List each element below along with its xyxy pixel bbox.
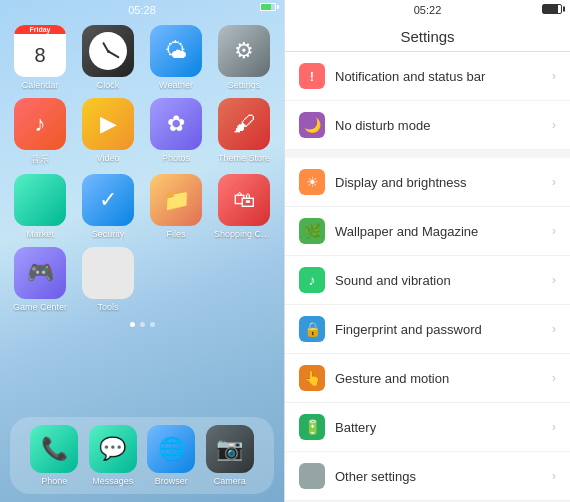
phone-battery-fill bbox=[261, 4, 271, 10]
app-label-market: Market bbox=[26, 229, 54, 239]
battery-chevron: › bbox=[552, 420, 556, 434]
dock-label-phone: Phone bbox=[41, 476, 67, 486]
app-item-video[interactable]: ▶ Video bbox=[78, 98, 138, 166]
fingerprint-icon: 🔒 bbox=[299, 316, 325, 342]
display-chevron: › bbox=[552, 175, 556, 189]
app-label-settings: Settings bbox=[228, 80, 261, 90]
disturb-chevron: › bbox=[552, 118, 556, 132]
dock-item-browser[interactable]: 🌐 Browser bbox=[147, 425, 195, 486]
dock-label-camera: Camera bbox=[214, 476, 246, 486]
disturb-label: No disturb mode bbox=[335, 118, 552, 133]
music-icon: ♪ bbox=[14, 98, 66, 150]
settings-time: 05:22 bbox=[414, 4, 442, 16]
settings-battery-fill bbox=[543, 5, 558, 13]
app-item-music[interactable]: ♪ 音乐 bbox=[10, 98, 70, 166]
cal-day: 8 bbox=[14, 34, 66, 77]
weather-icon: 🌤 bbox=[150, 25, 202, 77]
gesture-chevron: › bbox=[552, 371, 556, 385]
settings-group-1: ! Notification and status bar › 🌙 No dis… bbox=[285, 52, 570, 150]
app-label-weather: Weather bbox=[159, 80, 193, 90]
camera-dock-icon: 📷 bbox=[206, 425, 254, 473]
battery-label: Battery bbox=[335, 420, 552, 435]
game-icon: 🎮 bbox=[14, 247, 66, 299]
fingerprint-chevron: › bbox=[552, 322, 556, 336]
clock-face bbox=[89, 32, 127, 70]
app-item-weather[interactable]: 🌤 Weather bbox=[146, 25, 206, 90]
gesture-label: Gesture and motion bbox=[335, 371, 552, 386]
app-label-photos: Photos bbox=[162, 153, 190, 163]
app-label-tools: Tools bbox=[97, 302, 118, 312]
phone-dock-icon: 📞 bbox=[30, 425, 78, 473]
settings-status-bar: 05:22 bbox=[285, 0, 570, 20]
settings-item-disturb[interactable]: 🌙 No disturb mode › bbox=[285, 101, 570, 150]
settings-item-battery[interactable]: 🔋 Battery › bbox=[285, 403, 570, 452]
display-label: Display and brightness bbox=[335, 175, 552, 190]
disturb-icon: 🌙 bbox=[299, 112, 325, 138]
video-icon: ▶ bbox=[82, 98, 134, 150]
app-item-theme[interactable]: 🖌 Theme Store bbox=[214, 98, 274, 166]
settings-battery-icon bbox=[542, 4, 562, 14]
settings-list: ! Notification and status bar › 🌙 No dis… bbox=[285, 52, 570, 502]
photos-icon: ✿ bbox=[150, 98, 202, 150]
battery-icon: 🔋 bbox=[299, 414, 325, 440]
gesture-icon: 👆 bbox=[299, 365, 325, 391]
dock-item-messages[interactable]: 💬 Messages bbox=[89, 425, 137, 486]
app-item-security[interactable]: ✓ Security bbox=[78, 174, 138, 239]
notification-chevron: › bbox=[552, 69, 556, 83]
messages-dock-icon: 💬 bbox=[89, 425, 137, 473]
settings-item-wallpaper[interactable]: 🌿 Wallpaper and Magazine › bbox=[285, 207, 570, 256]
settings-item-display[interactable]: ☀ Display and brightness › bbox=[285, 158, 570, 207]
app-item-settings[interactable]: ⚙ Settings bbox=[214, 25, 274, 90]
app-label-game: Game Center bbox=[13, 302, 67, 312]
app-label-files: Files bbox=[166, 229, 185, 239]
sound-icon: ♪ bbox=[299, 267, 325, 293]
other-icon bbox=[299, 463, 325, 489]
phone-screen: 05:28 Friday 8 Calendar bbox=[0, 0, 285, 502]
settings-item-notification[interactable]: ! Notification and status bar › bbox=[285, 52, 570, 101]
other-chevron: › bbox=[552, 469, 556, 483]
settings-app-icon: ⚙ bbox=[218, 25, 270, 77]
dock-label-messages: Messages bbox=[92, 476, 133, 486]
phone-status-right bbox=[260, 3, 276, 11]
app-item-tools[interactable]: Tools bbox=[78, 247, 138, 312]
app-label-shopping: Shopping Cen... bbox=[214, 229, 274, 239]
other-label: Other settings bbox=[335, 469, 552, 484]
app-item-game[interactable]: 🎮 Game Center bbox=[10, 247, 70, 312]
wallpaper-icon: 🌿 bbox=[299, 218, 325, 244]
app-item-files[interactable]: 📁 Files bbox=[146, 174, 206, 239]
settings-group-2: ☀ Display and brightness › 🌿 Wallpaper a… bbox=[285, 158, 570, 501]
page-dot-3 bbox=[150, 322, 155, 327]
wallpaper-label: Wallpaper and Magazine bbox=[335, 224, 552, 239]
settings-item-sound[interactable]: ♪ Sound and vibration › bbox=[285, 256, 570, 305]
app-item-clock[interactable]: Clock bbox=[78, 25, 138, 90]
tools-icon bbox=[82, 247, 134, 299]
app-label-video: Video bbox=[97, 153, 120, 163]
cal-header: Friday bbox=[14, 25, 66, 34]
settings-title: Settings bbox=[285, 20, 570, 52]
dock: 📞 Phone 💬 Messages 🌐 Browser 📷 Camera bbox=[10, 417, 274, 494]
app-label-music: 音乐 bbox=[31, 153, 49, 166]
notification-label: Notification and status bar bbox=[335, 69, 552, 84]
dock-label-browser: Browser bbox=[155, 476, 188, 486]
calendar-icon: Friday 8 bbox=[14, 25, 66, 77]
security-icon: ✓ bbox=[82, 174, 134, 226]
app-item-calendar[interactable]: Friday 8 Calendar bbox=[10, 25, 70, 90]
wallpaper-chevron: › bbox=[552, 224, 556, 238]
display-icon: ☀ bbox=[299, 169, 325, 195]
shopping-icon: 🛍 bbox=[218, 174, 270, 226]
app-item-photos[interactable]: ✿ Photos bbox=[146, 98, 206, 166]
app-item-market[interactable]: Market bbox=[10, 174, 70, 239]
files-icon: 📁 bbox=[150, 174, 202, 226]
dock-item-camera[interactable]: 📷 Camera bbox=[206, 425, 254, 486]
settings-item-fingerprint[interactable]: 🔒 Fingerprint and password › bbox=[285, 305, 570, 354]
dock-item-phone[interactable]: 📞 Phone bbox=[30, 425, 78, 486]
settings-panel: 05:22 Settings ! Notification and status… bbox=[285, 0, 570, 502]
app-grid: Friday 8 Calendar Clock 🌤 Weather ⚙ bbox=[0, 20, 284, 317]
browser-dock-icon: 🌐 bbox=[147, 425, 195, 473]
theme-icon: 🖌 bbox=[218, 98, 270, 150]
phone-battery-icon bbox=[260, 3, 276, 11]
settings-item-gesture[interactable]: 👆 Gesture and motion › bbox=[285, 354, 570, 403]
app-item-shopping[interactable]: 🛍 Shopping Cen... bbox=[214, 174, 274, 239]
settings-item-other[interactable]: Other settings › bbox=[285, 452, 570, 501]
notification-icon: ! bbox=[299, 63, 325, 89]
